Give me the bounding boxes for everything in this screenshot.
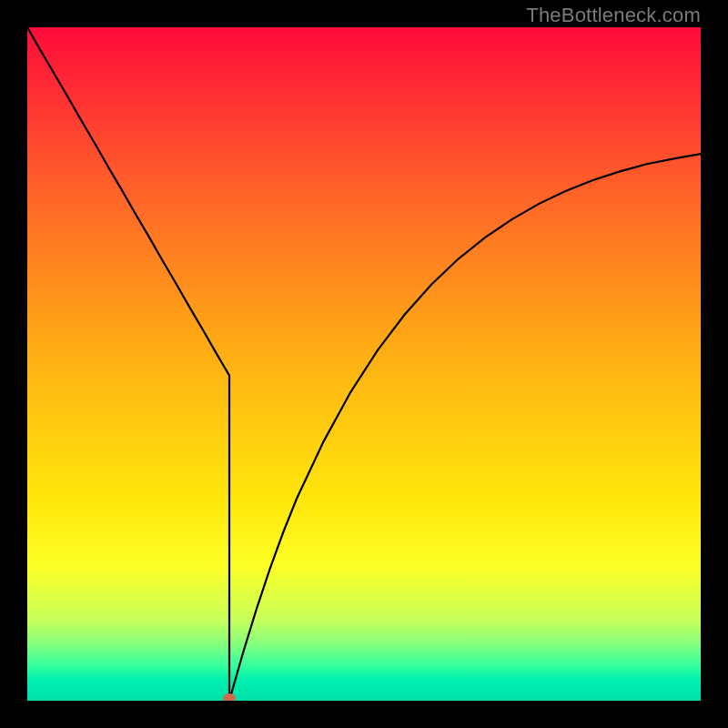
watermark-text: TheBottleneck.com bbox=[526, 4, 701, 27]
marker-dot bbox=[223, 693, 236, 701]
chart-svg bbox=[27, 27, 701, 701]
chart-frame: TheBottleneck.com bbox=[0, 0, 728, 728]
chart-plot-area bbox=[27, 27, 701, 701]
bottleneck-curve bbox=[27, 27, 701, 701]
